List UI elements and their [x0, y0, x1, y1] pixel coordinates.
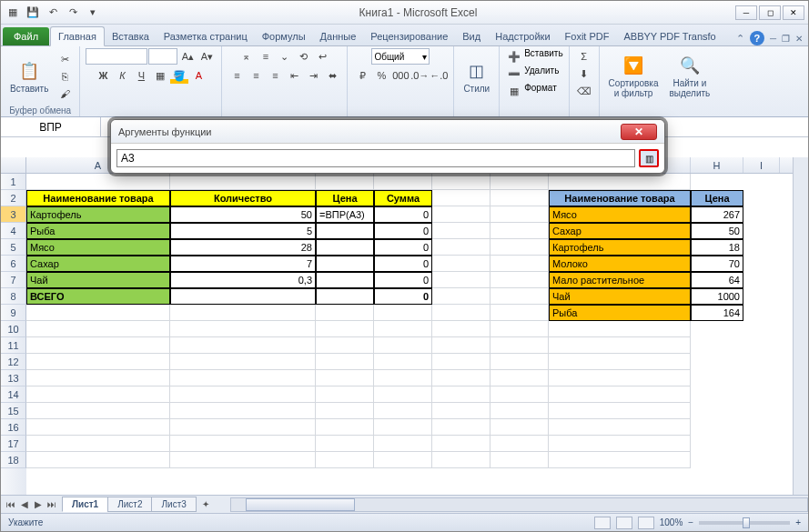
tab-foxit[interactable]: Foxit PDF: [558, 27, 617, 45]
help-icon[interactable]: ?: [750, 31, 764, 45]
select-all-corner[interactable]: [1, 157, 26, 173]
bold-icon[interactable]: Ж: [94, 67, 112, 84]
cell-A14[interactable]: [26, 386, 170, 403]
cell-E18[interactable]: [432, 452, 490, 468]
cell-A1[interactable]: [26, 174, 170, 190]
cell-G15[interactable]: [549, 403, 691, 419]
expand-dialog-button[interactable]: ▥: [639, 149, 659, 167]
cell-A17[interactable]: [26, 436, 170, 452]
cell-D7[interactable]: 0: [374, 272, 432, 288]
decrease-font-icon[interactable]: A▾: [197, 48, 216, 65]
row-header-5[interactable]: 5: [1, 239, 26, 256]
cell-A7[interactable]: Чай: [26, 272, 170, 288]
wrap-text-icon[interactable]: ↩: [314, 48, 332, 65]
qat-more-icon[interactable]: ▾: [85, 5, 101, 21]
dialog-titlebar[interactable]: Аргументы функции ✕: [111, 120, 664, 144]
sheet-tab-1[interactable]: Лист1: [62, 497, 108, 512]
cell-C1[interactable]: [316, 174, 374, 190]
cell-B16[interactable]: [170, 419, 316, 436]
zoom-out-icon[interactable]: −: [688, 517, 693, 527]
name-box[interactable]: ВПР: [1, 117, 101, 136]
tab-abbyy[interactable]: ABBYY PDF Transfo: [616, 27, 723, 45]
sheet-tab-2[interactable]: Лист2: [107, 497, 152, 512]
cell-E2[interactable]: [432, 190, 490, 206]
font-size-combo[interactable]: [148, 48, 177, 65]
delete-cells-button[interactable]: ➖Удалить: [505, 65, 559, 82]
cell-F7[interactable]: [490, 272, 549, 288]
cell-F6[interactable]: [490, 256, 549, 272]
row-header-9[interactable]: 9: [1, 305, 26, 321]
dialog-close-button[interactable]: ✕: [621, 124, 657, 140]
page-break-view-icon[interactable]: [638, 517, 654, 529]
cell-E13[interactable]: [432, 370, 490, 386]
tab-data[interactable]: Данные: [313, 27, 364, 45]
cell-D1[interactable]: [374, 174, 432, 190]
comma-icon[interactable]: 000: [391, 67, 410, 84]
col-header-H[interactable]: H: [691, 157, 743, 173]
cell-D2[interactable]: Сумма: [374, 190, 432, 206]
cell-B11[interactable]: [170, 337, 316, 354]
cell-C2[interactable]: Цена: [316, 190, 374, 206]
cell-D3[interactable]: 0: [374, 206, 432, 223]
cell-D8[interactable]: 0: [374, 288, 432, 305]
cell-G13[interactable]: [549, 370, 691, 386]
cell-B17[interactable]: [170, 436, 316, 452]
cell-E6[interactable]: [432, 256, 490, 272]
sheet-nav-next-icon[interactable]: ▶: [32, 498, 45, 511]
cell-B2[interactable]: Количество: [170, 190, 316, 206]
sheet-nav-last-icon[interactable]: ⏭: [46, 498, 58, 511]
cell-F1[interactable]: [490, 174, 549, 190]
number-format-combo[interactable]: Общий▾: [371, 48, 430, 65]
align-middle-icon[interactable]: ≡: [257, 48, 275, 65]
cell-A5[interactable]: Мясо: [26, 239, 170, 256]
tab-formulas[interactable]: Формулы: [255, 27, 313, 45]
cell-C3[interactable]: =ВПР(A3): [316, 206, 374, 223]
cell-G6[interactable]: Молоко: [549, 256, 691, 272]
fill-icon[interactable]: ⬇: [575, 65, 593, 82]
cell-B14[interactable]: [170, 386, 316, 403]
paste-button[interactable]: 📋 Вставить: [6, 58, 52, 95]
cell-A9[interactable]: [26, 305, 170, 321]
cell-H9[interactable]: 164: [691, 305, 743, 321]
cell-B1[interactable]: [170, 174, 316, 190]
cell-C13[interactable]: [316, 370, 374, 386]
cell-B7[interactable]: 0,3: [170, 272, 316, 288]
cell-H3[interactable]: 267: [691, 206, 743, 223]
normal-view-icon[interactable]: [594, 517, 611, 529]
row-header-12[interactable]: 12: [1, 354, 26, 370]
increase-indent-icon[interactable]: ⇥: [304, 67, 322, 84]
cell-G11[interactable]: [549, 337, 691, 354]
minimize-button[interactable]: ─: [735, 5, 757, 20]
cell-F2[interactable]: [490, 190, 549, 206]
cell-E14[interactable]: [432, 386, 490, 403]
cell-A10[interactable]: [26, 321, 170, 337]
cell-B5[interactable]: 28: [170, 239, 316, 256]
copy-icon[interactable]: ⎘: [56, 68, 74, 85]
cell-A8[interactable]: ВСЕГО: [26, 288, 170, 305]
cell-E7[interactable]: [432, 272, 490, 288]
cell-G16[interactable]: [549, 419, 691, 436]
sheet-nav-prev-icon[interactable]: ◀: [18, 498, 31, 511]
cut-icon[interactable]: ✂: [56, 51, 74, 67]
align-bottom-icon[interactable]: ⌄: [276, 48, 294, 65]
percent-icon[interactable]: %: [372, 67, 390, 84]
cell-F4[interactable]: [490, 223, 549, 239]
cell-F5[interactable]: [490, 239, 549, 256]
cell-B12[interactable]: [170, 354, 316, 370]
clear-icon[interactable]: ⌫: [575, 83, 593, 99]
cell-H8[interactable]: 1000: [691, 288, 743, 305]
page-layout-view-icon[interactable]: [616, 517, 632, 529]
cell-D13[interactable]: [374, 370, 432, 386]
cell-C9[interactable]: [316, 305, 374, 321]
cell-D9[interactable]: [374, 305, 432, 321]
cell-H6[interactable]: 70: [691, 256, 743, 272]
cell-D15[interactable]: [374, 403, 432, 419]
row-header-8[interactable]: 8: [1, 288, 26, 305]
cell-B6[interactable]: 7: [170, 256, 316, 272]
cell-G17[interactable]: [549, 436, 691, 452]
cell-G7[interactable]: Мало растительное: [549, 272, 691, 288]
sort-filter-button[interactable]: 🔽 Сортировка и фильтр: [605, 53, 662, 100]
cell-G3[interactable]: Мясо: [549, 206, 691, 223]
row-header-4[interactable]: 4: [1, 223, 26, 239]
styles-button[interactable]: ◫ Стили: [460, 58, 493, 95]
